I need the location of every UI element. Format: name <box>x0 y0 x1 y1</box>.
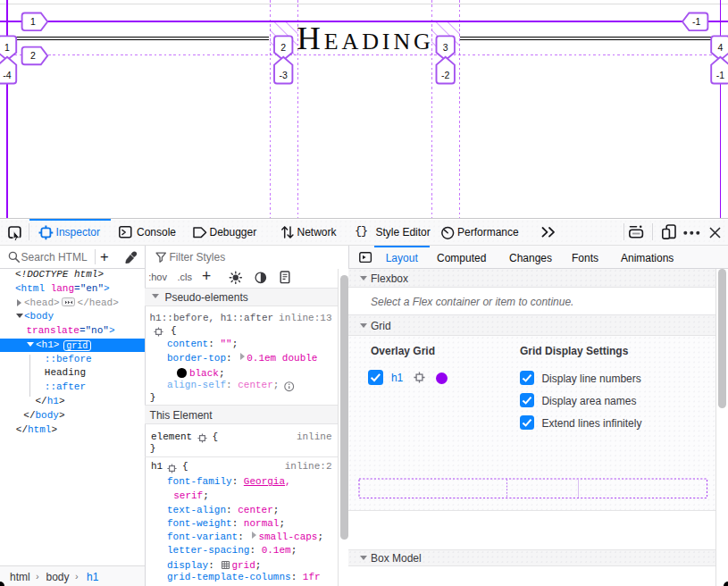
svg-text:-4: -4 <box>3 70 11 80</box>
svg-text:3: 3 <box>443 42 448 53</box>
svg-text:4: 4 <box>717 42 723 53</box>
svg-text:-1: -1 <box>716 70 724 80</box>
svg-text:2: 2 <box>30 50 36 61</box>
svg-text:1: 1 <box>4 42 10 53</box>
svg-text:-3: -3 <box>280 70 288 80</box>
svg-text:-2: -2 <box>441 70 449 80</box>
svg-text:1: 1 <box>30 16 36 27</box>
svg-text:-1: -1 <box>692 16 700 27</box>
svg-text:2: 2 <box>280 42 286 53</box>
